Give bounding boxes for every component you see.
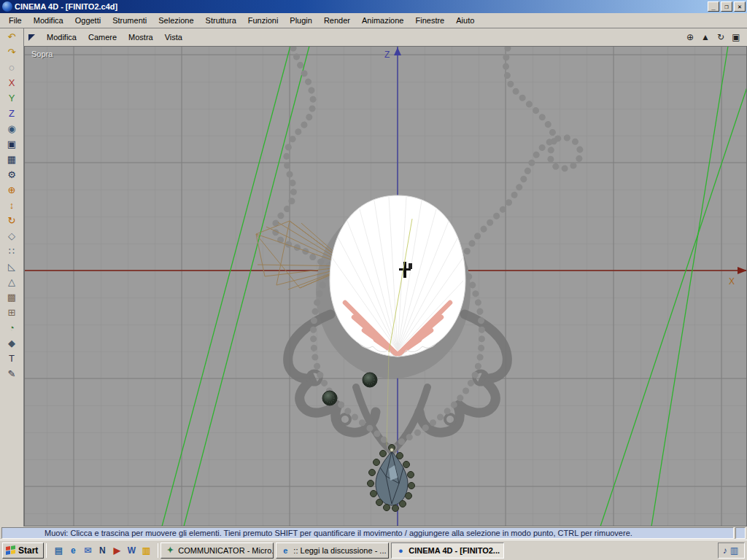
task-cinema4d[interactable]: ● CINEMA 4D - [FINITO2... xyxy=(391,542,504,559)
netscape-icon[interactable]: N xyxy=(96,544,109,557)
z-axis-label: Z xyxy=(384,50,390,60)
viewport-toolbar: ModificaCamereMostraVista ⊕▲↻▣ xyxy=(24,28,747,46)
menu-item[interactable]: Animazione xyxy=(356,15,409,27)
lock-x-axis-icon[interactable]: X xyxy=(5,76,19,90)
taskbar: Start ▤e✉N▶W▥ ✦ COMMUNICATOR - Micro... … xyxy=(0,540,747,560)
menu-item[interactable]: Aiuto xyxy=(450,15,480,27)
menu-bar: FileModificaOggettiStrumentiSelezioneStr… xyxy=(0,13,747,28)
taskbar-divider xyxy=(158,543,158,558)
window-title: CINEMA 4D - [FINITO2.c4d] xyxy=(15,2,708,11)
menu-item[interactable]: Render xyxy=(318,15,356,27)
rotate-view-icon[interactable]: ↻ xyxy=(714,31,727,43)
windows-logo-icon xyxy=(6,545,15,555)
viewport-menu-icon[interactable] xyxy=(28,34,35,41)
pan-view-icon[interactable]: ⊕ xyxy=(684,31,697,43)
outlook-icon[interactable]: ✉ xyxy=(81,544,94,557)
menu-item[interactable]: Finestre xyxy=(409,15,450,27)
menu-item[interactable]: Modifica xyxy=(28,15,69,27)
zoom-view-icon[interactable]: ▲ xyxy=(699,31,712,43)
live-selection-icon[interactable]: ◌ xyxy=(5,61,19,74)
model-mode-icon[interactable]: ◆ xyxy=(5,336,19,350)
animation-mode-icon[interactable]: ◔ xyxy=(5,321,19,335)
menu-item[interactable]: Oggetti xyxy=(69,15,107,27)
close-button[interactable]: ✕ xyxy=(734,1,746,12)
scale-tool-icon[interactable]: ↕ xyxy=(5,198,19,212)
menu-item[interactable]: Selezione xyxy=(152,15,199,27)
display-tray-icon[interactable]: ▥ xyxy=(730,545,738,556)
viewport-view-label[interactable]: Sopra xyxy=(31,50,53,58)
taskbar-divider xyxy=(46,543,47,558)
polygons-mode-icon[interactable]: △ xyxy=(5,275,19,289)
app-icon xyxy=(2,1,12,12)
texture-axis-mode-icon[interactable]: ⊞ xyxy=(5,306,19,319)
rotate-tool-icon[interactable]: ↻ xyxy=(5,214,19,228)
viewport-menu-item[interactable]: Modifica xyxy=(41,31,82,44)
status-mini-panel xyxy=(735,527,746,539)
x-axis-label: X xyxy=(729,276,735,287)
system-tray: ♪▥ xyxy=(718,542,745,559)
redo-icon[interactable]: ↷ xyxy=(5,45,19,59)
pen-tool-icon[interactable]: ✎ xyxy=(5,367,19,381)
explorer-icon[interactable]: ▥ xyxy=(139,544,152,557)
status-message: Muovi: Clicca e trascina per muovere gli… xyxy=(1,527,734,539)
render-picture-viewer-icon[interactable]: ▦ xyxy=(5,152,19,166)
object-mode-icon[interactable]: ◇ xyxy=(5,229,19,243)
viewport[interactable]: Z X xyxy=(24,46,747,526)
show-desktop-icon[interactable]: ▤ xyxy=(52,544,65,557)
undo-icon[interactable]: ↶ xyxy=(5,30,19,44)
title-bar[interactable]: CINEMA 4D - [FINITO2.c4d] _ ❐ ✕ xyxy=(0,0,747,13)
task-communicator[interactable]: ✦ COMMUNICATOR - Micro... xyxy=(160,542,274,559)
menu-item[interactable]: Struttura xyxy=(200,15,242,27)
render-view-icon[interactable]: ▣ xyxy=(5,137,19,151)
lock-y-axis-icon[interactable]: Y xyxy=(5,91,19,105)
media-player-icon[interactable]: ▶ xyxy=(110,544,123,557)
menu-item[interactable]: File xyxy=(3,15,28,27)
start-button[interactable]: Start xyxy=(2,542,44,559)
points-mode-icon[interactable]: ∷ xyxy=(5,244,19,258)
lock-z-axis-icon[interactable]: Z xyxy=(5,106,19,120)
edges-mode-icon[interactable]: ◺ xyxy=(5,260,19,273)
application-window: CINEMA 4D - [FINITO2.c4d] _ ❐ ✕ FileModi… xyxy=(0,0,747,560)
coordinate-system-icon[interactable]: ◉ xyxy=(5,122,19,136)
restore-button[interactable]: ❐ xyxy=(721,1,732,12)
text-tool-icon[interactable]: T xyxy=(5,351,19,365)
move-tool-icon[interactable]: ⊕ xyxy=(5,183,19,197)
viewport-menu-item[interactable]: Mostra xyxy=(123,31,159,44)
texture-mode-icon[interactable]: ▩ xyxy=(5,290,19,304)
internet-explorer-icon[interactable]: e xyxy=(66,544,80,557)
left-tool-palette: ↶ ↷ ◌ X Y Z ◉ ▣ ▦ ⚙ ⊕ ↕ xyxy=(0,28,24,526)
menu-item[interactable]: Funzioni xyxy=(242,15,285,27)
viewport-menu-item[interactable]: Camere xyxy=(82,31,123,44)
status-bar: Muovi: Clicca e trascina per muovere gli… xyxy=(0,526,747,540)
task-browser[interactable]: e :: Leggi la discussione - ... xyxy=(276,542,389,559)
minimize-button[interactable]: _ xyxy=(708,1,719,12)
viewport-canvas[interactable]: Z X xyxy=(24,46,747,526)
viewport-menu-item[interactable]: Vista xyxy=(159,31,188,44)
quick-launch: ▤e✉N▶W▥ xyxy=(49,544,155,557)
render-settings-icon[interactable]: ⚙ xyxy=(5,168,19,182)
volume-tray-icon[interactable]: ♪ xyxy=(723,545,727,556)
menu-item[interactable]: Strumenti xyxy=(107,15,152,27)
toggle-layout-icon[interactable]: ▣ xyxy=(729,31,743,43)
menu-item[interactable]: Plugin xyxy=(284,15,318,27)
word-icon[interactable]: W xyxy=(125,544,138,557)
